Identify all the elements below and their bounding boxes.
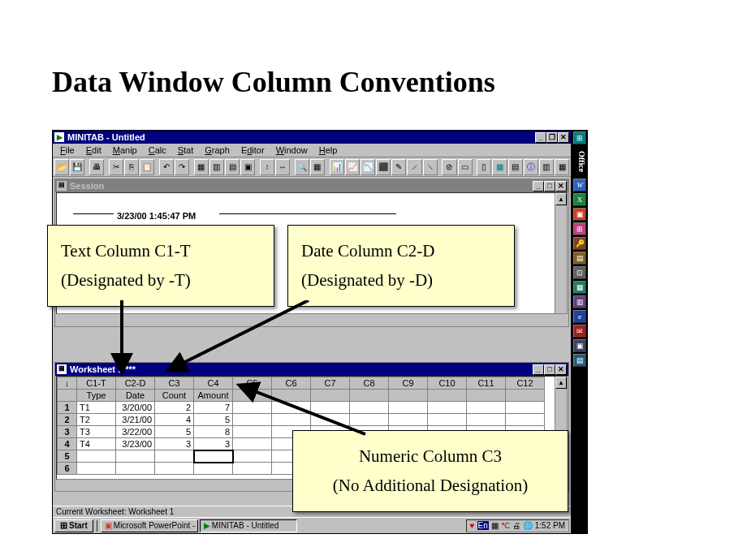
save-icon[interactable]: 💾 xyxy=(70,159,84,175)
office-app-icon[interactable]: ▣ xyxy=(573,339,586,352)
tb-icon[interactable]: ▯ xyxy=(477,159,491,175)
maximize-button[interactable]: ❐ xyxy=(546,132,558,143)
tb-icon[interactable]: ▥ xyxy=(539,159,554,175)
col-header[interactable]: C3 xyxy=(155,377,194,390)
tray-icon[interactable]: ♥ xyxy=(470,521,475,530)
print-icon[interactable]: 🖶 xyxy=(89,159,104,175)
row-header[interactable]: 6 xyxy=(58,463,77,475)
office-app-icon[interactable]: ▤ xyxy=(573,252,586,265)
office-app-icon[interactable]: ▤ xyxy=(573,354,586,367)
menu-file[interactable]: File xyxy=(54,144,80,156)
tb-icon[interactable]: ⟋ xyxy=(407,159,421,175)
chart-icon[interactable]: 📉 xyxy=(361,159,375,175)
task-button[interactable]: ▣ Microsoft PowerPoint - [6-1... xyxy=(101,519,198,532)
col-name[interactable]: Type xyxy=(77,390,116,402)
col-header[interactable]: C8 xyxy=(350,377,389,390)
menu-edit[interactable]: Edit xyxy=(80,144,107,156)
cell[interactable]: 2 xyxy=(155,402,194,414)
col-header[interactable]: C10 xyxy=(428,377,467,390)
powerpoint-icon[interactable]: ▣ xyxy=(573,208,586,221)
cell[interactable] xyxy=(194,450,233,463)
arrow-icon[interactable]: ↔ xyxy=(275,159,290,175)
cancel-icon[interactable]: ⊘ xyxy=(442,159,456,175)
undo-icon[interactable]: ↶ xyxy=(159,159,174,175)
tb-icon[interactable]: ▦ xyxy=(555,159,569,175)
tb-icon[interactable]: ▦ xyxy=(194,159,209,175)
cell[interactable]: 4 xyxy=(155,414,194,426)
row-header[interactable]: 5 xyxy=(58,450,77,463)
chart-icon[interactable]: 📈 xyxy=(345,159,360,175)
session-min-button[interactable]: _ xyxy=(533,181,544,192)
open-icon[interactable]: 📂 xyxy=(54,159,69,175)
office-app-icon[interactable]: ⊞ xyxy=(573,222,586,235)
cell[interactable]: T1 xyxy=(77,402,116,414)
cell[interactable] xyxy=(155,450,194,463)
tb-icon[interactable]: ✎ xyxy=(391,159,406,175)
tb-icon[interactable]: ▭ xyxy=(458,159,473,175)
cell[interactable]: 3 xyxy=(194,438,233,450)
col-header[interactable]: C7 xyxy=(311,377,350,390)
cell[interactable]: 3/22/00 xyxy=(116,426,155,438)
office-app-icon[interactable]: ✉ xyxy=(573,325,586,338)
tray-icon[interactable]: En xyxy=(477,521,489,530)
col-name[interactable]: Date xyxy=(116,390,155,402)
row-header[interactable]: 2 xyxy=(58,414,77,426)
cell[interactable] xyxy=(116,450,155,463)
tb-icon[interactable]: ▤ xyxy=(508,159,523,175)
office-app-icon[interactable]: ▦ xyxy=(573,281,586,294)
tb-icon[interactable]: ▦ xyxy=(310,159,325,175)
ws-min-button[interactable]: _ xyxy=(533,364,544,375)
cell[interactable]: 8 xyxy=(194,426,233,438)
tb-icon[interactable]: ▤ xyxy=(225,159,240,175)
access-icon[interactable]: 🔑 xyxy=(573,237,586,250)
office-app-icon[interactable]: ▥ xyxy=(573,295,586,308)
session-scrollbar[interactable]: ▲ xyxy=(555,193,567,313)
office-icon[interactable]: ⊞ xyxy=(573,131,586,144)
tray-icon[interactable]: 🖨 xyxy=(512,521,520,530)
menu-stat[interactable]: Stat xyxy=(172,144,200,156)
menu-graph[interactable]: Graph xyxy=(199,144,235,156)
cell[interactable]: 3/20/00 xyxy=(116,402,155,414)
copy-icon[interactable]: ⎘ xyxy=(124,159,139,175)
cell[interactable]: T4 xyxy=(77,438,116,450)
tray-icon[interactable]: ℃ xyxy=(501,521,510,530)
cell[interactable]: 5 xyxy=(194,414,233,426)
cell[interactable]: 3/21/00 xyxy=(116,414,155,426)
row-header[interactable]: 1 xyxy=(58,402,77,414)
menu-help[interactable]: Help xyxy=(313,144,343,156)
ws-close-button[interactable]: ✕ xyxy=(555,364,567,375)
corner-cell[interactable]: ↓ xyxy=(58,377,77,390)
menu-calc[interactable]: Calc xyxy=(143,144,172,156)
col-header[interactable]: C5 xyxy=(233,377,272,390)
word-icon[interactable]: W xyxy=(573,179,586,192)
tb-icon[interactable]: ⟍ xyxy=(423,159,438,175)
arrow-icon[interactable]: ↕ xyxy=(260,159,274,175)
cell[interactable]: 3/23/00 xyxy=(116,438,155,450)
menu-manip[interactable]: Manip xyxy=(107,144,143,156)
col-header[interactable]: C11 xyxy=(467,377,506,390)
scroll-up-icon[interactable]: ▲ xyxy=(555,193,567,205)
cell[interactable]: 5 xyxy=(155,426,194,438)
row-header[interactable]: 4 xyxy=(58,438,77,450)
session-max-button[interactable]: □ xyxy=(544,181,555,192)
tb-icon[interactable]: ▣ xyxy=(240,159,255,175)
minimize-button[interactable]: _ xyxy=(535,132,546,143)
scroll-up-icon[interactable]: ▲ xyxy=(555,377,567,389)
office-app-icon[interactable]: ⊡ xyxy=(573,266,586,279)
col-header[interactable]: C2-D xyxy=(116,377,155,390)
cell[interactable]: 7 xyxy=(194,402,233,414)
cell[interactable]: T2 xyxy=(77,414,116,426)
start-button[interactable]: ⊞ Start xyxy=(54,519,93,532)
menu-window[interactable]: Window xyxy=(270,144,313,156)
tray-icon[interactable]: 🌐 xyxy=(523,521,533,530)
chart-icon[interactable]: 📊 xyxy=(330,159,344,175)
excel-icon[interactable]: X xyxy=(573,193,586,206)
session-close-button[interactable]: ✕ xyxy=(555,181,567,192)
tb-icon[interactable]: ▥ xyxy=(209,159,224,175)
find-icon[interactable]: 🔍 xyxy=(295,159,309,175)
col-name[interactable]: Count xyxy=(155,390,194,402)
tb-icon[interactable]: ▦ xyxy=(492,159,507,175)
row-header[interactable]: 3 xyxy=(58,426,77,438)
close-button[interactable]: ✕ xyxy=(558,132,569,143)
redo-icon[interactable]: ↷ xyxy=(175,159,189,175)
